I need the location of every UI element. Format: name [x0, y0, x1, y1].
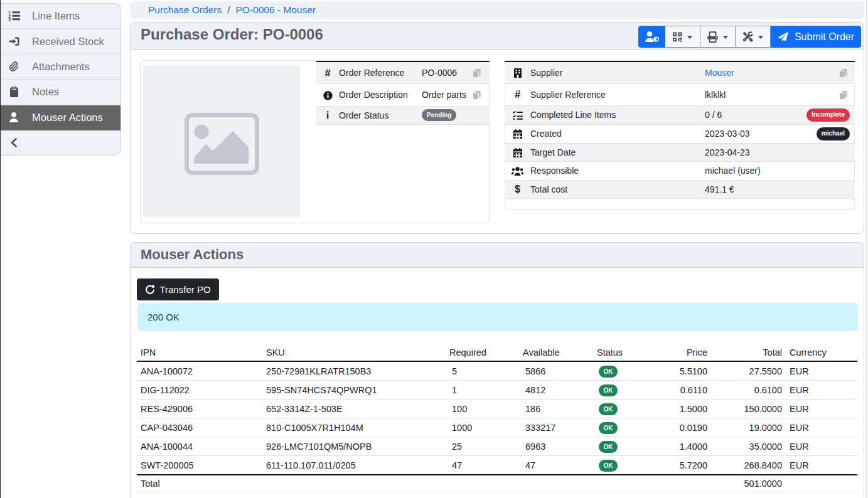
svg-text:3: 3	[8, 18, 11, 21]
